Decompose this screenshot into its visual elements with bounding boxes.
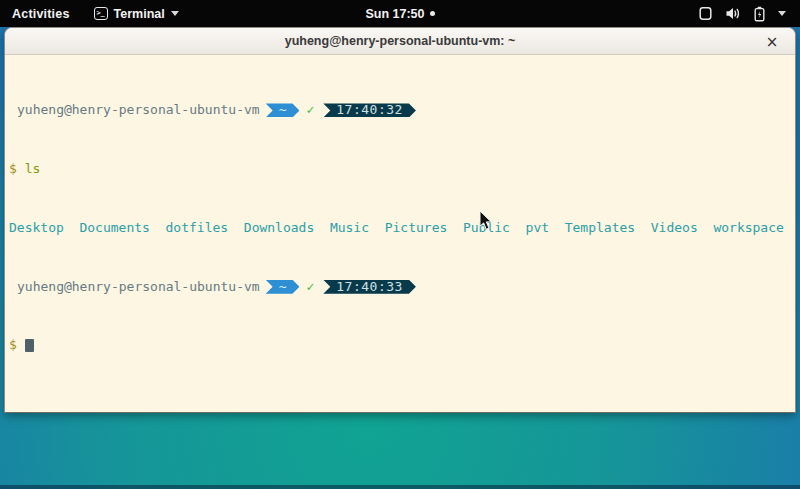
check-icon: ✓ <box>306 280 314 295</box>
terminal-icon: >_ <box>94 7 108 20</box>
input-line[interactable]: $ <box>9 338 795 353</box>
window-title: yuheng@henry-personal-ubuntu-vm: ~ <box>285 34 516 48</box>
terminal-cursor <box>25 339 34 352</box>
prompt-directory-segment: ~ <box>266 280 300 294</box>
terminal-content[interactable]: yuheng@henry-personal-ubuntu-vm ~ ✓ 17:4… <box>5 55 795 413</box>
check-icon: ✓ <box>306 103 314 118</box>
battery-charging-icon <box>753 6 766 22</box>
chevron-down-icon <box>171 11 179 16</box>
prompt-dollar: $ <box>9 338 17 353</box>
prompt-time-segment: 17:40:32 <box>323 103 416 117</box>
prompt-time-segment: 17:40:33 <box>323 280 416 294</box>
prompt-user: yuheng@henry-personal-ubuntu-vm <box>17 103 260 118</box>
command-line: $ ls <box>9 162 795 177</box>
ls-output-line: Desktop Documents dotfiles Downloads Mus… <box>9 221 795 236</box>
close-button[interactable]: × <box>759 28 785 55</box>
mouse-cursor-icon <box>479 210 493 231</box>
window-titlebar[interactable]: yuheng@henry-personal-ubuntu-vm: ~ × <box>5 28 795 55</box>
prompt-line-2: yuheng@henry-personal-ubuntu-vm ~ ✓ 17:4… <box>9 280 795 295</box>
system-tray[interactable] <box>698 0 800 27</box>
clock-label[interactable]: Sun 17:50 <box>365 7 424 21</box>
screen-icon <box>698 6 713 21</box>
command-text: ls <box>25 162 41 177</box>
prompt-dollar: $ <box>9 162 17 177</box>
gnome-top-bar: Activities >_ Terminal Sun 17:50 <box>0 0 800 27</box>
prompt-directory-segment: ~ <box>266 103 300 117</box>
prompt-user: yuheng@henry-personal-ubuntu-vm <box>17 280 260 295</box>
activities-button[interactable]: Activities <box>0 0 82 27</box>
volume-icon <box>725 6 741 21</box>
app-menu-terminal[interactable]: >_ Terminal <box>86 0 187 27</box>
terminal-window: yuheng@henry-personal-ubuntu-vm: ~ × yuh… <box>4 27 796 413</box>
prompt-line-1: yuheng@henry-personal-ubuntu-vm ~ ✓ 17:4… <box>9 103 795 118</box>
app-menu-label: Terminal <box>114 7 165 21</box>
notification-dot <box>430 11 435 16</box>
chevron-down-icon <box>778 11 786 16</box>
desktop: Activities >_ Terminal Sun 17:50 <box>0 0 800 489</box>
